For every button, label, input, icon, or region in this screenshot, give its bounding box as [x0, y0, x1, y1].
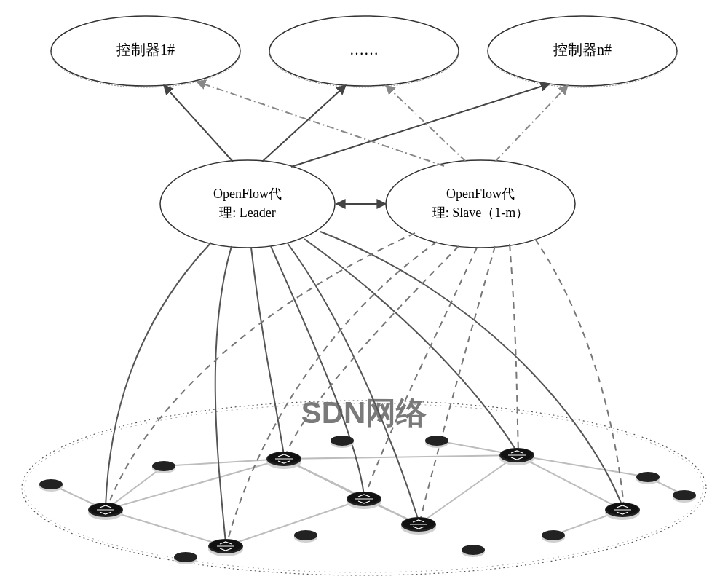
- switch-node: [605, 503, 640, 520]
- switch-node: [266, 452, 301, 469]
- svg-point-10: [386, 160, 575, 248]
- svg-point-9: [160, 160, 335, 248]
- controller-right: 控制器n#: [488, 16, 677, 87]
- proxy-slave-label-1: OpenFlow代: [446, 186, 515, 201]
- controller-middle-label: ……: [349, 42, 379, 58]
- controller-left-label: 控制器1#: [116, 42, 175, 58]
- edge-leader-ctrl3: [291, 84, 550, 167]
- switch-node-small: [673, 490, 696, 503]
- sdn-network-label: SDN网络: [301, 395, 427, 430]
- switch-node-small: [39, 479, 63, 492]
- svg-line-23: [164, 459, 284, 466]
- switch-node-small: [425, 436, 448, 448]
- switch-node: [347, 492, 381, 509]
- controller-right-label: 控制器n#: [553, 42, 612, 58]
- proxy-leader-label-1: OpenFlow代: [213, 186, 282, 201]
- switch-node-small: [636, 472, 660, 484]
- switch-node-small: [331, 436, 354, 448]
- switch-node-small: [152, 461, 175, 473]
- proxy-slave: OpenFlow代 理: Slave（1-m）: [386, 160, 575, 248]
- svg-line-15: [106, 459, 284, 510]
- sdn-network-disc: SDN网络: [22, 395, 706, 575]
- proxy-leader: OpenFlow代 理: Leader: [160, 160, 335, 248]
- controller-middle: ……: [269, 16, 459, 87]
- proxy-slave-label-2: 理: Slave（1-m）: [432, 205, 529, 220]
- edge-leader-ctrl2: [262, 85, 346, 162]
- switch-node: [401, 517, 436, 535]
- edge-slave-ctrl3: [495, 85, 568, 162]
- svg-line-14: [106, 466, 164, 510]
- switch-node-small: [462, 545, 485, 557]
- switch-node: [499, 448, 534, 465]
- svg-line-20: [419, 455, 517, 524]
- switch-node: [88, 503, 123, 520]
- edge-leader-ctrl1: [164, 85, 233, 162]
- switch-node-small: [542, 530, 565, 543]
- switch-node-small: [174, 552, 197, 564]
- controller-left: 控制器1#: [51, 16, 240, 87]
- switch-node: [208, 539, 243, 556]
- svg-line-18: [284, 455, 517, 459]
- proxy-leader-label-2: 理: Leader: [219, 205, 275, 220]
- edge-slave-ctrl1: [197, 82, 444, 166]
- svg-line-13: [106, 510, 226, 546]
- switch-node-small: [294, 530, 317, 543]
